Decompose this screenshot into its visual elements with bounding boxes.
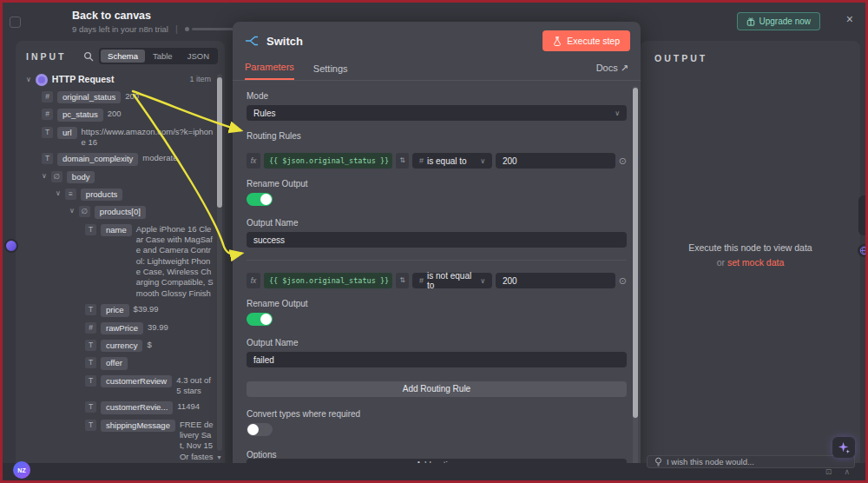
tree-row-customer-review[interactable]: T customerReview 4.3 out of 5 stars (16, 375, 214, 397)
tree-key[interactable]: customerRevie... (101, 401, 173, 414)
tab-json[interactable]: JSON (181, 50, 216, 63)
tree-row-currency[interactable]: T currency $ (16, 340, 214, 352)
tree-row-original-status[interactable]: # original_status 200 (16, 91, 214, 103)
tree-key[interactable]: offer (101, 357, 128, 369)
dock-icon[interactable]: ⊡ (825, 467, 832, 476)
output-panel: OUTPUT Execute this node to view data or… (641, 41, 860, 463)
chevron-down-icon[interactable]: ∨ (56, 189, 61, 198)
tree-key[interactable]: shippingMessage (101, 420, 175, 432)
expression-toggle-icon[interactable]: ⇅ (396, 153, 409, 169)
input-scrollbar[interactable] (217, 74, 222, 451)
user-avatar[interactable]: NZ (13, 461, 30, 479)
chevron-down-icon: ∨ (480, 157, 485, 165)
string-type-icon: T (85, 304, 96, 315)
tree-key[interactable]: name (101, 224, 132, 236)
tree-row-price[interactable]: T price $39.99 (16, 304, 214, 316)
chevron-down-icon[interactable]: ∨ (42, 172, 47, 181)
set-mock-data-link[interactable]: set mock data (727, 257, 784, 268)
operator-value: is not equal to (427, 271, 477, 290)
item-count-badge: 1 item (189, 75, 214, 85)
rule-options-icon[interactable]: ⊙ (619, 155, 627, 167)
rule-1-value-input[interactable]: 200 (496, 153, 615, 169)
add-routing-rule-button[interactable]: Add Routing Rule (247, 381, 627, 397)
back-to-canvas-link[interactable]: Back to canvas (72, 10, 151, 22)
ai-assistant-button[interactable] (832, 437, 855, 458)
close-icon[interactable]: × (846, 12, 853, 26)
gift-icon (746, 17, 755, 26)
hash-icon: # (419, 276, 424, 285)
canvas-checkbox[interactable] (10, 17, 21, 28)
rule-1-operator-select[interactable]: # is equal to ∨ (412, 153, 492, 169)
corner-controls[interactable]: ⊡∧ (825, 467, 850, 476)
node-panel-scrollbar-thumb[interactable] (633, 88, 638, 418)
string-type-icon: T (42, 153, 53, 164)
scroll-down-arrow-icon[interactable]: ▼ (216, 454, 222, 460)
rule-2-output-name-input[interactable]: failed (247, 352, 627, 367)
tree-row-customer-review-count[interactable]: T customerRevie... 11494 (16, 401, 214, 414)
tree-key[interactable]: currency (101, 340, 142, 352)
extension-bubble-icon[interactable] (4, 239, 18, 253)
tab-schema[interactable]: Schema (101, 50, 145, 63)
globe-widget-icon[interactable] (858, 244, 868, 257)
tree-key[interactable]: price (101, 304, 129, 316)
tree-row-raw-price[interactable]: # rawPrice 39.99 (16, 322, 214, 334)
input-panel: INPUT Schema Table JSON ∨ HTTP Request 1… (16, 41, 225, 463)
node-panel-scrollbar[interactable] (633, 86, 638, 466)
tree-key[interactable]: customerReview (101, 375, 172, 387)
mode-select[interactable]: Rules ∨ (247, 105, 627, 121)
tree-row-offer[interactable]: T offer (16, 357, 214, 369)
rule-1-rename-toggle[interactable] (247, 193, 273, 206)
tree-row-url[interactable]: T url https://www.amazon.com/s?k=iphone … (16, 127, 214, 149)
rename-output-label: Rename Output (247, 179, 627, 189)
tree-row-products-0[interactable]: ∨ ∅ products[0] (16, 206, 214, 218)
rule-1-output-name-input[interactable]: success (247, 232, 627, 248)
tree-value: 200 (108, 109, 214, 119)
tree-value: 11494 (177, 401, 214, 412)
sparkle-icon (838, 441, 851, 454)
tab-table[interactable]: Table (146, 50, 180, 63)
rule-2-value-input[interactable]: 200 (496, 273, 615, 288)
input-panel-header: INPUT Schema Table JSON (16, 41, 225, 69)
tree-key[interactable]: url (57, 127, 77, 139)
expression-toggle-icon[interactable]: ⇅ (396, 273, 409, 288)
tab-settings[interactable]: Settings (313, 58, 348, 80)
rule-options-icon[interactable]: ⊙ (619, 275, 627, 287)
chevron-down-icon: ∨ (615, 109, 620, 117)
string-type-icon: T (42, 127, 53, 138)
tree-key[interactable]: rawPrice (101, 322, 143, 334)
collapse-icon[interactable]: ∧ (844, 467, 850, 476)
operator-value: is equal to (427, 156, 467, 166)
tree-value: 4.3 out of 5 stars (176, 375, 214, 397)
tree-key[interactable]: domain_complexity (57, 153, 138, 165)
docs-link[interactable]: Docs ↗ (596, 63, 628, 80)
tree-key[interactable]: original_status (57, 91, 121, 103)
fx-expression-badge[interactable]: fx (247, 153, 260, 169)
tree-row-body[interactable]: ∨ ∅ body (16, 171, 214, 183)
execute-step-button[interactable]: Execute step (542, 30, 630, 51)
tree-row-name[interactable]: T name Apple iPhone 16 Clear Case with M… (16, 224, 214, 299)
rule-2-expression-input[interactable]: {{ $json.original_status }} (264, 273, 392, 288)
tree-row-products[interactable]: ∨ ≡ products (16, 189, 214, 201)
rule-2-rename-toggle[interactable] (247, 313, 273, 326)
tree-key[interactable]: products (81, 189, 122, 201)
wish-input[interactable]: I wish this node would... (647, 455, 855, 468)
input-scrollbar-thumb[interactable] (217, 77, 222, 208)
tree-key[interactable]: products[0] (95, 206, 146, 218)
rule-2-operator-select[interactable]: # is not equal to ∨ (412, 273, 492, 288)
convert-types-toggle[interactable] (247, 423, 273, 436)
rule-1-expression-input[interactable]: {{ $json.original_status }} (264, 153, 392, 169)
tree-row-pc-status[interactable]: # pc_status 200 (16, 109, 214, 121)
tree-root-http-request[interactable]: ∨ HTTP Request 1 item (16, 74, 214, 86)
tab-parameters[interactable]: Parameters (245, 56, 294, 80)
chevron-down-icon[interactable]: ∨ (26, 76, 31, 84)
tree-key[interactable]: pc_status (57, 109, 103, 121)
side-widget-pill[interactable] (858, 195, 868, 235)
fx-expression-badge[interactable]: fx (247, 273, 260, 288)
tree-row-domain-complexity[interactable]: T domain_complexity moderate (16, 153, 214, 165)
search-icon[interactable] (83, 51, 94, 62)
node-detail-panel: Switch Execute step Parameters Settings … (233, 22, 641, 472)
upgrade-now-button[interactable]: Upgrade now (737, 12, 820, 30)
tree-key[interactable]: body (67, 171, 95, 183)
tree-row-shipping-message[interactable]: T shippingMessage FREE delivery Sat, Nov… (16, 420, 214, 463)
chevron-down-icon[interactable]: ∨ (69, 207, 75, 215)
